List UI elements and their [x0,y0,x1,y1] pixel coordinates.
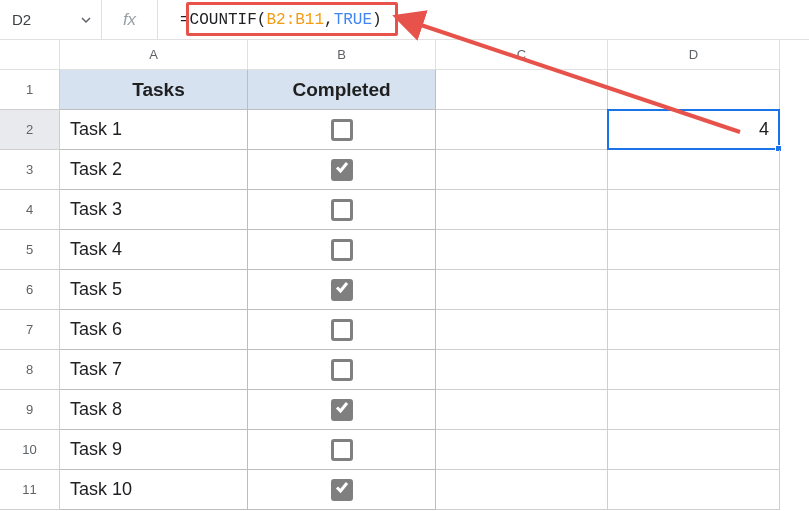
fx-icon[interactable]: fx [102,0,158,39]
cell-B11[interactable] [248,470,436,510]
checkbox[interactable] [331,399,353,421]
table-row: 2Task 14 [0,110,809,150]
cell-A1[interactable]: Tasks [60,70,248,110]
cell-B6[interactable] [248,270,436,310]
column-header-row: A B C D [0,40,809,70]
check-icon [334,279,350,300]
cell-A9[interactable]: Task 8 [60,390,248,430]
cell-B2[interactable] [248,110,436,150]
cell-D10[interactable] [608,430,780,470]
check-icon [334,399,350,420]
checkbox[interactable] [331,279,353,301]
col-header-B[interactable]: B [248,40,436,70]
row-header[interactable]: 8 [0,350,60,390]
cell-A3[interactable]: Task 2 [60,150,248,190]
name-box[interactable]: D2 [8,0,102,39]
cell-A4[interactable]: Task 3 [60,190,248,230]
cell-C10[interactable] [436,430,608,470]
check-icon [334,479,350,500]
formula-close: ) [372,11,382,29]
cell-D7[interactable] [608,310,780,350]
cell-C11[interactable] [436,470,608,510]
cell-D11[interactable] [608,470,780,510]
row-header[interactable]: 9 [0,390,60,430]
table-row: 7Task 6 [0,310,809,350]
cell-A7[interactable]: Task 6 [60,310,248,350]
cell-C3[interactable] [436,150,608,190]
formula-func: COUNTIF [190,11,257,29]
selection-outline [607,109,780,150]
checkbox[interactable] [331,199,353,221]
checkbox[interactable] [331,159,353,181]
formula-comma: , [324,11,334,29]
cell-A5[interactable]: Task 4 [60,230,248,270]
formula-arg: TRUE [334,11,372,29]
row-header[interactable]: 2 [0,110,60,150]
table-row: 4Task 3 [0,190,809,230]
row-header[interactable]: 10 [0,430,60,470]
cell-B5[interactable] [248,230,436,270]
formula-eq: = [180,11,190,29]
cell-D3[interactable] [608,150,780,190]
table-row: 11Task 10 [0,470,809,510]
table-row: 1 Tasks Completed [0,70,809,110]
cell-C2[interactable] [436,110,608,150]
cell-C1[interactable] [436,70,608,110]
cell-D6[interactable] [608,270,780,310]
table-row: 5Task 4 [0,230,809,270]
cell-B10[interactable] [248,430,436,470]
select-all-corner[interactable] [0,40,60,70]
table-row: 8Task 7 [0,350,809,390]
cell-D2[interactable]: 4 [608,110,780,150]
grid: 1 Tasks Completed 2Task 143Task 24Task 3… [0,70,809,510]
table-row: 3Task 2 [0,150,809,190]
cell-A11[interactable]: Task 10 [60,470,248,510]
col-header-A[interactable]: A [60,40,248,70]
formula-bar: D2 fx =COUNTIF(B2:B11,TRUE) [0,0,809,40]
cell-D1[interactable] [608,70,780,110]
cell-D4[interactable] [608,190,780,230]
table-row: 9Task 8 [0,390,809,430]
row-header[interactable]: 7 [0,310,60,350]
cell-B4[interactable] [248,190,436,230]
cell-B8[interactable] [248,350,436,390]
col-header-D[interactable]: D [608,40,780,70]
cell-A10[interactable]: Task 9 [60,430,248,470]
check-icon [334,159,350,180]
row-header[interactable]: 11 [0,470,60,510]
cell-A6[interactable]: Task 5 [60,270,248,310]
cell-C7[interactable] [436,310,608,350]
formula-input[interactable]: =COUNTIF(B2:B11,TRUE) [158,0,809,39]
name-box-text: D2 [12,11,31,28]
row-header[interactable]: 6 [0,270,60,310]
row-header[interactable]: 4 [0,190,60,230]
checkbox[interactable] [331,439,353,461]
checkbox[interactable] [331,119,353,141]
row-header[interactable]: 5 [0,230,60,270]
cell-B7[interactable] [248,310,436,350]
cell-B9[interactable] [248,390,436,430]
cell-A2[interactable]: Task 1 [60,110,248,150]
checkbox[interactable] [331,239,353,261]
checkbox[interactable] [331,479,353,501]
table-row: 6Task 5 [0,270,809,310]
table-row: 10Task 9 [0,430,809,470]
cell-B3[interactable] [248,150,436,190]
row-header[interactable]: 3 [0,150,60,190]
checkbox[interactable] [331,359,353,381]
cell-B1[interactable]: Completed [248,70,436,110]
checkbox[interactable] [331,319,353,341]
cell-C5[interactable] [436,230,608,270]
cell-D9[interactable] [608,390,780,430]
cell-C6[interactable] [436,270,608,310]
cell-A8[interactable]: Task 7 [60,350,248,390]
chevron-down-icon[interactable] [81,12,91,28]
col-header-C[interactable]: C [436,40,608,70]
cell-D5[interactable] [608,230,780,270]
formula-open: ( [257,11,267,29]
cell-C4[interactable] [436,190,608,230]
row-header[interactable]: 1 [0,70,60,110]
cell-C8[interactable] [436,350,608,390]
cell-C9[interactable] [436,390,608,430]
cell-D8[interactable] [608,350,780,390]
